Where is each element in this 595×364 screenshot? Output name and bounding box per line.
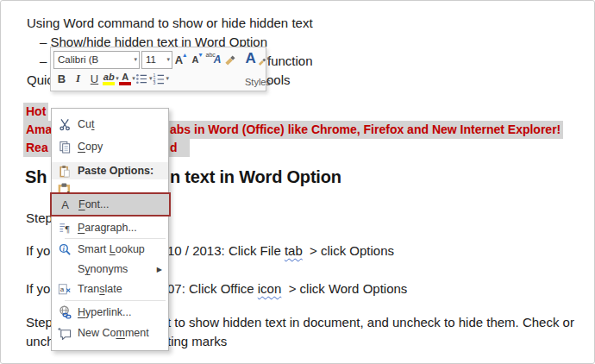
doc-line3-fragment: function [267, 53, 313, 69]
menu-item-new-comment[interactable]: New Comment [52, 324, 168, 342]
paragraph-icon: ¶ [52, 222, 78, 234]
menu-item-font[interactable]: A Font... [50, 192, 171, 217]
doc-uncheck-fragment-right: ting marks [167, 334, 227, 349]
word-document-canvas: Using Word command to show or hide hidde… [0, 0, 595, 364]
font-color-button[interactable]: A ▾ [119, 70, 135, 88]
bold-button[interactable]: B [53, 70, 70, 88]
shrink-font-arrow-icon: ▾ [198, 51, 202, 59]
chevron-down-icon[interactable]: ▾ [131, 56, 137, 63]
doc-line3-dash: – [40, 53, 47, 69]
copy-icon [52, 141, 78, 154]
svg-text:a: a [60, 285, 65, 292]
font-icon: A [52, 198, 78, 211]
font-size-combo[interactable]: 11 ▾ [141, 51, 172, 69]
doc-heading-fragment-right: n text in Word Option [170, 166, 341, 187]
paste-icon [52, 165, 78, 178]
doc-amazing-fragment-left: Ama [23, 121, 54, 139]
styles-button[interactable]: A ▾ Styles [243, 50, 272, 88]
menu-item-translate[interactable]: a Translate [52, 280, 168, 298]
doc-check-fragment-left: Step [26, 315, 53, 330]
bullets-icon [135, 73, 148, 85]
change-case-button[interactable]: abcA [205, 51, 222, 69]
hyperlink-icon [52, 305, 78, 319]
menu-item-synonyms[interactable]: Synonyms ▶ [52, 260, 168, 278]
menu-item-smart-lookup[interactable]: i Smart Lookup [52, 241, 168, 258]
menu-separator [65, 238, 166, 239]
menu-item-cut[interactable]: Cut [52, 116, 168, 133]
styles-brush-icon [257, 56, 267, 66]
doc-hot-text: Hot [23, 103, 48, 121]
doc-amazing-fragment-right: abs in Word (Office) like Chrome, Firefo… [167, 121, 563, 139]
doc-check-fragment-right: t to show hidden text in document, and u… [167, 315, 574, 330]
svg-text:3: 3 [153, 80, 155, 85]
chevron-down-icon[interactable]: ▾ [164, 56, 170, 63]
format-painter-button[interactable] [222, 51, 238, 69]
new-comment-icon [52, 327, 78, 340]
doc-heading-fragment-left: Sh [25, 166, 47, 187]
doc-line-using-word-command: Using Word command to show or hide hidde… [27, 16, 313, 31]
grow-font-button[interactable]: A▴ [172, 51, 189, 69]
doc-read-fragment-right: d [167, 139, 190, 157]
doc-uncheck-fragment-left: unch [26, 334, 54, 349]
numbering-button[interactable]: 123 ▾ [153, 70, 170, 88]
underline-button[interactable]: U [86, 70, 103, 88]
doc-word2013-fragment-right: 10 / 2013: Click File tab > click Option… [167, 243, 394, 259]
font-color-icon: A [119, 72, 131, 85]
shrink-font-button[interactable]: A▾ [189, 51, 205, 69]
menu-paste-options-header: Paste Options: [52, 162, 168, 179]
highlight-icon: ab [103, 72, 115, 85]
grammar-squiggle-icon: icon [258, 281, 282, 296]
menu-item-copy[interactable]: Copy [52, 138, 168, 155]
submenu-arrow-icon: ▶ [157, 266, 162, 273]
format-painter-icon [223, 53, 236, 66]
italic-button[interactable]: I [70, 70, 86, 88]
doc-step1-fragment: Step [26, 210, 53, 226]
doc-word2007-fragment-left: If yo [26, 281, 50, 297]
doc-read-fragment-left: Rea [23, 139, 51, 157]
text-highlight-button[interactable]: ab ▾ [103, 70, 119, 88]
cut-icon [52, 118, 78, 131]
translate-icon: a [52, 283, 78, 296]
context-menu: Cut Copy Paste Options: A A Font... ¶ [51, 108, 169, 351]
doc-word2007-fragment-right: 07: Click Office icon > click Word Optio… [167, 281, 407, 297]
smart-lookup-icon: i [52, 243, 78, 256]
bullets-button[interactable]: ▾ [135, 70, 153, 88]
menu-item-hyperlink[interactable]: Hyperlink... [52, 304, 168, 321]
grow-font-arrow-icon: ▴ [183, 51, 186, 59]
chevron-down-icon[interactable]: ▾ [166, 75, 170, 82]
grammar-squiggle-tab: tab [285, 243, 303, 258]
mini-toolbar: Calibri (B ▾ 11 ▾ A▴ A▾ abcA B I [50, 47, 266, 91]
svg-text:¶: ¶ [65, 223, 69, 234]
chevron-down-icon[interactable]: ▾ [267, 55, 271, 62]
styles-icon: A [246, 51, 256, 66]
font-name-combo[interactable]: Calibri (B ▾ [53, 51, 140, 69]
numbering-icon: 123 [153, 73, 166, 85]
menu-separator [65, 300, 166, 301]
menu-item-paragraph[interactable]: ¶ Paragraph... [52, 219, 168, 236]
doc-word2013-fragment-left: If yo [26, 243, 50, 259]
